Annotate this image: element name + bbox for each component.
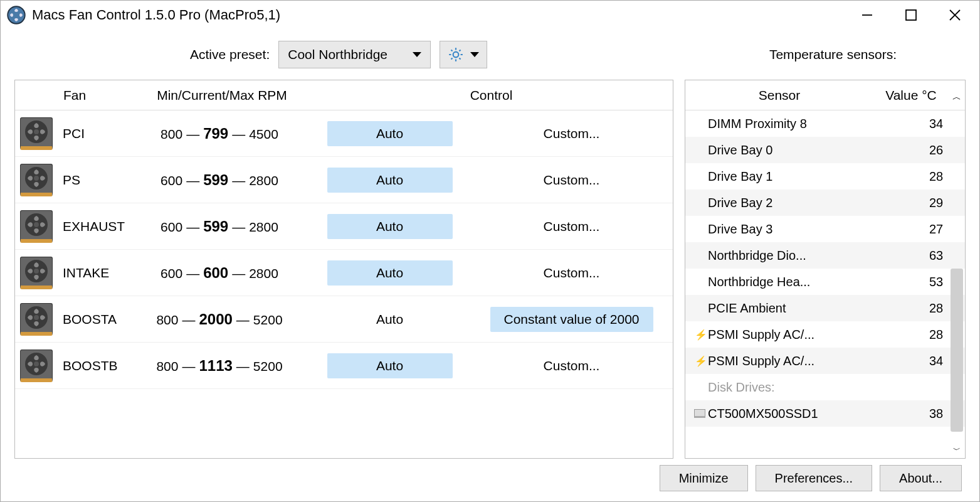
custom-button[interactable]: Custom...: [490, 168, 653, 193]
chevron-down-icon: [413, 52, 421, 57]
custom-button[interactable]: Custom...: [490, 121, 653, 146]
sensors-title: Temperature sensors:: [769, 47, 897, 62]
custom-button[interactable]: Custom...: [490, 214, 653, 239]
auto-button[interactable]: Auto: [327, 121, 453, 146]
preferences-button[interactable]: Preferences...: [756, 465, 873, 491]
svg-point-12: [34, 269, 39, 274]
svg-rect-2: [906, 10, 916, 20]
sensor-name: PCIE Ambient: [708, 301, 907, 316]
sensor-value: 26: [907, 143, 965, 158]
lightning-icon: ⚡: [694, 355, 708, 367]
sensor-row[interactable]: CT500MX500SSD138: [685, 400, 965, 427]
fan-name: EXHAUST: [63, 219, 132, 234]
auto-button[interactable]: Auto: [327, 353, 453, 378]
fan-table-header: Fan Min/Current/Max RPM Control: [15, 80, 673, 110]
panes: Fan Min/Current/Max RPM Control PCI800—7…: [14, 80, 966, 459]
scroll-down-button[interactable]: ﹀: [951, 444, 962, 456]
fan-control: AutoCustom...: [307, 168, 673, 193]
content: Active preset: Cool Northbridge Temperat…: [1, 29, 979, 501]
auto-button[interactable]: Auto: [327, 307, 453, 332]
sensor-name: DIMM Proximity 8: [708, 117, 907, 131]
sensor-group-row: Disk Drives:: [685, 374, 965, 400]
fan-name: BOOSTB: [63, 358, 132, 373]
auto-button[interactable]: Auto: [327, 260, 453, 286]
fan-rpm: 600—599—2800: [132, 171, 307, 189]
sensor-row[interactable]: Northbridge Dio...63: [685, 242, 965, 269]
preset-area: Active preset: Cool Northbridge: [190, 41, 487, 68]
minimize-button[interactable]: [858, 6, 877, 24]
custom-button[interactable]: Custom...: [490, 353, 653, 378]
fan-icon: [20, 303, 53, 336]
fan-row: BOOSTB800—1113—5200AutoCustom...: [15, 343, 673, 389]
close-button[interactable]: [946, 6, 964, 24]
sensor-name: Drive Bay 2: [708, 196, 907, 210]
preset-label: Active preset:: [190, 47, 270, 62]
sensor-name: Drive Bay 3: [708, 222, 907, 237]
sensor-name: Drive Bay 1: [708, 169, 907, 184]
sensor-name: PSMI Supply AC/...: [708, 354, 907, 368]
gear-icon: [448, 46, 464, 63]
sensor-table-header: Sensor Value °C ︿: [685, 80, 965, 110]
fan-row: PCI800—799—4500AutoCustom...: [15, 110, 673, 157]
window-controls: [858, 6, 964, 24]
app-icon: [7, 6, 26, 24]
fan-row: BOOSTA800—2000—5200AutoConstant value of…: [15, 296, 673, 343]
fan-table: Fan Min/Current/Max RPM Control PCI800—7…: [14, 80, 673, 459]
sensor-name: PSMI Supply AC/...: [708, 328, 907, 342]
fan-row: EXHAUST600—599—2800AutoCustom...: [15, 203, 673, 250]
svg-point-8: [34, 176, 39, 181]
sensor-row[interactable]: ⚡PSMI Supply AC/...34: [685, 348, 965, 374]
custom-button[interactable]: Constant value of 2000: [490, 307, 653, 332]
fan-rpm: 800—2000—5200: [132, 311, 307, 328]
sensor-row[interactable]: Drive Bay 229: [685, 190, 965, 216]
lightning-icon: ⚡: [694, 329, 708, 341]
toolbar: Active preset: Cool Northbridge Temperat…: [14, 36, 966, 73]
fan-name: PCI: [63, 126, 132, 141]
maximize-button[interactable]: [902, 6, 920, 24]
preset-settings-button[interactable]: [440, 41, 487, 68]
fan-control: AutoCustom...: [307, 353, 673, 378]
sensor-row[interactable]: Drive Bay 026: [685, 137, 965, 163]
sensor-value: 29: [907, 196, 965, 210]
fan-control: AutoCustom...: [307, 214, 673, 239]
sensor-row[interactable]: ⚡PSMI Supply AC/...28: [685, 321, 965, 348]
svg-point-10: [34, 222, 39, 227]
sensor-name: Drive Bay 0: [708, 143, 907, 158]
header-control: Control: [310, 88, 673, 103]
sensor-row[interactable]: PCIE Ambient28: [685, 295, 965, 321]
sensor-row[interactable]: Northbridge Hea...53: [685, 269, 965, 295]
sensor-name: Northbridge Hea...: [708, 275, 907, 289]
sensor-row[interactable]: DIMM Proximity 834: [685, 110, 965, 137]
preset-value: Cool Northbridge: [288, 47, 387, 62]
scrollbar-thumb[interactable]: [951, 269, 963, 432]
about-button[interactable]: About...: [880, 465, 962, 491]
preset-select[interactable]: Cool Northbridge: [278, 41, 431, 68]
fan-row: PS600—599—2800AutoCustom...: [15, 157, 673, 203]
auto-button[interactable]: Auto: [327, 214, 453, 239]
sensor-value: 27: [907, 222, 965, 237]
sensor-row[interactable]: Drive Bay 327: [685, 216, 965, 242]
fan-name: PS: [63, 173, 132, 188]
fan-control: AutoCustom...: [307, 121, 673, 146]
sensor-name: Northbridge Dio...: [708, 248, 907, 263]
fan-icon: [20, 117, 53, 150]
fan-icon: [20, 164, 53, 196]
fan-name: INTAKE: [63, 265, 132, 280]
fan-rpm: 600—600—2800: [132, 264, 307, 282]
sensor-row[interactable]: Drive Bay 128: [685, 163, 965, 190]
chevron-down-icon: [470, 52, 479, 57]
svg-point-6: [34, 129, 39, 134]
titlebar: Macs Fan Control 1.5.0 Pro (MacPro5,1): [1, 1, 979, 29]
auto-button[interactable]: Auto: [327, 168, 453, 193]
fan-row: INTAKE600—600—2800AutoCustom...: [15, 250, 673, 296]
fan-control: AutoCustom...: [307, 260, 673, 286]
fan-rpm: 800—799—4500: [132, 125, 307, 142]
sensor-table: Sensor Value °C ︿ DIMM Proximity 834Driv…: [685, 80, 966, 459]
scroll-up-button[interactable]: ︿: [949, 88, 965, 103]
header-fan: Fan: [15, 88, 134, 103]
custom-button[interactable]: Custom...: [490, 260, 653, 286]
fan-icon: [20, 210, 53, 243]
fan-control: AutoConstant value of 2000: [307, 307, 673, 332]
header-rpm: Min/Current/Max RPM: [134, 88, 310, 103]
minimize-tray-button[interactable]: Minimize: [660, 465, 748, 491]
